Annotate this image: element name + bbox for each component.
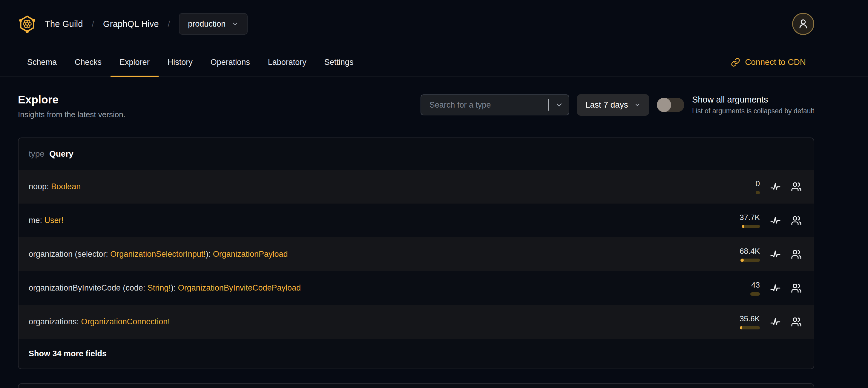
next-type-card-partial bbox=[18, 383, 814, 388]
type-link[interactable]: OrganizationSelectorInput! bbox=[110, 249, 206, 259]
toggle-knob bbox=[657, 98, 671, 112]
field-text: ): bbox=[206, 249, 213, 259]
target-selector[interactable]: production bbox=[179, 13, 248, 35]
date-range-value: Last 7 days bbox=[585, 100, 628, 110]
activity-icon[interactable] bbox=[770, 283, 781, 294]
tab-schema[interactable]: Schema bbox=[18, 48, 66, 77]
user-menu-avatar[interactable] bbox=[792, 13, 814, 35]
connect-to-cdn-button[interactable]: Connect to CDN bbox=[731, 57, 806, 67]
chevron-down-icon[interactable] bbox=[555, 101, 563, 109]
users-icon[interactable] bbox=[791, 215, 802, 226]
type-link[interactable]: User! bbox=[44, 216, 64, 225]
type-link[interactable]: OrganizationByInviteCodePayload bbox=[178, 283, 301, 292]
tab-checks[interactable]: Checks bbox=[66, 48, 111, 77]
request-count: 68.4K bbox=[740, 247, 760, 256]
tab-explorer[interactable]: Explorer bbox=[111, 48, 159, 77]
request-count: 0 bbox=[756, 179, 760, 188]
breadcrumb-project[interactable]: GraphQL Hive bbox=[103, 19, 159, 29]
usage-bar bbox=[740, 259, 760, 262]
user-icon bbox=[797, 18, 809, 30]
activity-icon[interactable] bbox=[770, 215, 781, 226]
field-text: noop: bbox=[29, 182, 51, 191]
field-usage-stats: 43 bbox=[733, 280, 760, 296]
target-selector-value: production bbox=[188, 20, 225, 29]
page-heading: Explore Insights from the latest version… bbox=[18, 94, 125, 119]
field-row[interactable]: me: User!37.7K bbox=[19, 204, 814, 237]
users-icon[interactable] bbox=[791, 317, 802, 327]
field-usage-stats: 0 bbox=[733, 179, 760, 194]
nav-tabs: SchemaChecksExplorerHistoryOperationsLab… bbox=[18, 48, 362, 77]
usage-bar bbox=[756, 191, 760, 194]
toggle-label: Show all arguments bbox=[692, 95, 814, 105]
type-kind-label: type bbox=[29, 149, 44, 159]
main-content: Explore Insights from the latest version… bbox=[0, 94, 868, 388]
top-bar: The Guild / GraphQL Hive / production bbox=[0, 0, 868, 48]
breadcrumb-org[interactable]: The Guild bbox=[45, 19, 83, 29]
field-row[interactable]: organization (selector: OrganizationSele… bbox=[19, 237, 814, 271]
combobox-separator bbox=[549, 99, 549, 111]
search-input[interactable] bbox=[429, 100, 546, 110]
breadcrumb: The Guild / GraphQL Hive / production bbox=[45, 13, 248, 35]
breadcrumb-separator: / bbox=[92, 20, 94, 29]
toolbar: Last 7 days Show all arguments List of a… bbox=[421, 94, 814, 116]
type-card-query: type Query noop: Boolean0 me: User!37.7K… bbox=[18, 138, 814, 369]
type-card-footer: Show 34 more fields bbox=[19, 339, 814, 368]
type-card-header: type Query bbox=[19, 138, 814, 170]
field-text: me: bbox=[29, 216, 44, 225]
field-row[interactable]: noop: Boolean0 bbox=[19, 170, 814, 204]
field-text: organizationByInviteCode (code: bbox=[29, 283, 148, 292]
link-icon bbox=[731, 58, 740, 67]
usage-bar-fill bbox=[742, 225, 744, 228]
request-count: 43 bbox=[751, 280, 760, 290]
usage-bar bbox=[750, 292, 760, 296]
hive-honeycomb-icon[interactable] bbox=[18, 13, 36, 34]
usage-bar-fill bbox=[740, 259, 744, 262]
date-range-selector[interactable]: Last 7 days bbox=[577, 94, 649, 116]
show-all-arguments-toggle[interactable] bbox=[657, 98, 684, 112]
activity-icon[interactable] bbox=[770, 181, 781, 192]
users-icon[interactable] bbox=[791, 283, 802, 294]
field-signature: noop: Boolean bbox=[29, 182, 81, 191]
usage-bar bbox=[742, 225, 760, 228]
request-count: 37.7K bbox=[740, 213, 760, 222]
tab-laboratory[interactable]: Laboratory bbox=[259, 48, 315, 77]
page-title: Explore bbox=[18, 94, 125, 105]
show-more-fields-button[interactable]: Show 34 more fields bbox=[29, 349, 106, 358]
request-count: 35.6K bbox=[740, 314, 760, 323]
toggle-description: List of arguments is collapsed by defaul… bbox=[692, 107, 814, 115]
type-link[interactable]: OrganizationConnection! bbox=[81, 317, 170, 326]
field-text: organization (selector: bbox=[29, 249, 110, 259]
activity-icon[interactable] bbox=[770, 317, 781, 327]
nav-bar: SchemaChecksExplorerHistoryOperationsLab… bbox=[0, 48, 868, 77]
chevron-down-icon bbox=[634, 101, 641, 108]
tab-settings[interactable]: Settings bbox=[315, 48, 363, 77]
tab-operations[interactable]: Operations bbox=[202, 48, 259, 77]
field-row[interactable]: organizations: OrganizationConnection!35… bbox=[19, 305, 814, 339]
chevron-down-icon bbox=[231, 20, 239, 28]
field-text: organizations: bbox=[29, 317, 81, 326]
type-link[interactable]: OrganizationPayload bbox=[213, 249, 288, 259]
tab-history[interactable]: History bbox=[159, 48, 202, 77]
type-name[interactable]: Query bbox=[49, 149, 73, 159]
users-icon[interactable] bbox=[791, 181, 802, 192]
field-text: ): bbox=[171, 283, 178, 292]
type-search-combobox[interactable] bbox=[421, 94, 569, 115]
field-signature: me: User! bbox=[29, 216, 64, 225]
connect-to-cdn-label: Connect to CDN bbox=[745, 57, 806, 67]
usage-bar bbox=[740, 326, 760, 329]
breadcrumb-separator: / bbox=[168, 20, 170, 29]
users-icon[interactable] bbox=[791, 249, 802, 260]
field-usage-stats: 68.4K bbox=[733, 247, 760, 262]
activity-icon[interactable] bbox=[770, 249, 781, 260]
usage-bar-fill bbox=[740, 326, 742, 329]
field-signature: organization (selector: OrganizationSele… bbox=[29, 249, 288, 259]
field-signature: organizationByInviteCode (code: String!)… bbox=[29, 283, 301, 293]
field-usage-stats: 35.6K bbox=[733, 314, 760, 329]
field-list: noop: Boolean0 me: User!37.7K organizati… bbox=[19, 170, 814, 339]
type-link[interactable]: Boolean bbox=[51, 182, 81, 191]
type-link[interactable]: String! bbox=[148, 283, 171, 292]
page-subtitle: Insights from the latest version. bbox=[18, 110, 125, 119]
field-row[interactable]: organizationByInviteCode (code: String!)… bbox=[19, 271, 814, 305]
toggle-labels: Show all arguments List of arguments is … bbox=[692, 95, 814, 115]
field-signature: organizations: OrganizationConnection! bbox=[29, 317, 170, 326]
